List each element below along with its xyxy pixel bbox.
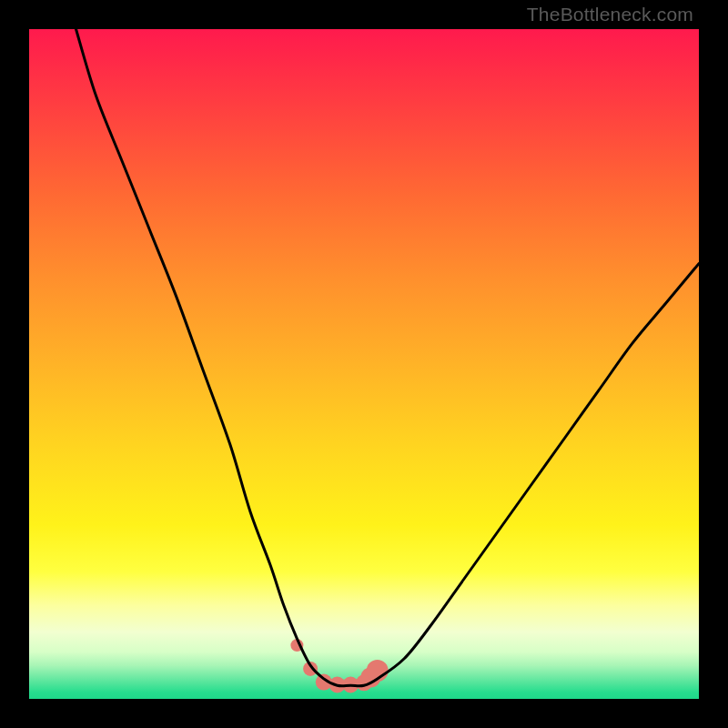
bottleneck-curve-path: [76, 29, 700, 686]
chart-frame: TheBottleneck.com: [0, 0, 728, 728]
plot-area: [29, 29, 699, 699]
chart-svg: [29, 29, 699, 699]
watermark-text: TheBottleneck.com: [527, 4, 693, 25]
